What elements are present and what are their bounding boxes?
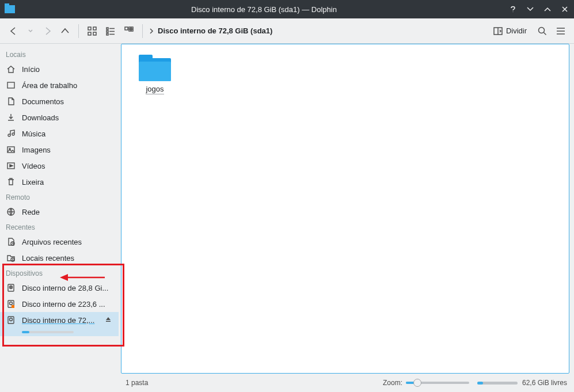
sidebar-item-recent-files[interactable]: Arquivos recentes bbox=[0, 234, 119, 250]
svg-point-28 bbox=[10, 318, 13, 321]
disk-icon bbox=[6, 283, 16, 293]
free-space-bar bbox=[477, 382, 518, 385]
sidebar-item-disk-2[interactable]: Disco interno de 72,... bbox=[0, 312, 119, 336]
sidebar-item-disk-1[interactable]: Disco interno de 223,6 ... bbox=[0, 296, 119, 312]
recent-files-icon bbox=[6, 237, 16, 247]
sidebar-item-documents[interactable]: Documentos bbox=[0, 93, 119, 109]
svg-rect-1 bbox=[93, 27, 96, 30]
menu-button[interactable] bbox=[553, 24, 568, 39]
sidebar-item-disk-0[interactable]: Disco interno de 28,8 Gi... bbox=[0, 280, 119, 296]
svg-rect-11 bbox=[131, 29, 133, 31]
svg-rect-5 bbox=[107, 31, 108, 32]
app-window: Disco interno de 72,8 GiB (sda1) — Dolph… bbox=[0, 0, 574, 392]
view-compact-button[interactable] bbox=[103, 24, 118, 39]
home-icon bbox=[6, 64, 16, 74]
network-icon bbox=[6, 207, 16, 217]
sidebar-item-downloads[interactable]: Downloads bbox=[0, 109, 119, 125]
item-count: 1 pasta bbox=[126, 379, 148, 387]
window-title: Disco interno de 72,8 GiB (sda1) — Dolph… bbox=[20, 5, 508, 14]
svg-rect-2 bbox=[88, 32, 91, 35]
svg-point-23 bbox=[10, 287, 11, 287]
svg-rect-15 bbox=[7, 147, 14, 153]
statusbar: 1 pasta Zoom: 62,6 GiB livres bbox=[0, 374, 574, 392]
toolbar: Disco interno de 72,8 GiB (sda1) Dividir bbox=[0, 18, 574, 44]
svg-rect-4 bbox=[107, 28, 108, 29]
minimize-button[interactable] bbox=[526, 5, 535, 14]
sidebar-item-trash[interactable]: Lixeira bbox=[0, 174, 119, 190]
free-space-label: 62,6 GiB livres bbox=[522, 379, 567, 387]
view-details-button[interactable] bbox=[121, 24, 136, 39]
sidebar-item-recent-places[interactable]: Locais recentes bbox=[0, 250, 119, 266]
app-icon bbox=[5, 5, 15, 13]
disk-icon bbox=[6, 315, 16, 325]
svg-rect-10 bbox=[129, 29, 131, 31]
sidebar-header-devices: Dispositivos bbox=[0, 266, 119, 280]
disk-icon bbox=[6, 299, 16, 309]
svg-point-25 bbox=[10, 302, 13, 305]
breadcrumb[interactable]: Disco interno de 72,8 GiB (sda1) bbox=[149, 26, 272, 35]
videos-icon bbox=[6, 161, 16, 171]
svg-point-13 bbox=[539, 27, 545, 33]
svg-rect-9 bbox=[131, 27, 133, 29]
svg-rect-14 bbox=[7, 82, 14, 88]
search-button[interactable] bbox=[535, 24, 550, 39]
music-icon bbox=[6, 128, 16, 139]
svg-rect-3 bbox=[93, 32, 96, 35]
sidebar-header-places: Locais bbox=[0, 47, 119, 61]
images-icon bbox=[6, 144, 16, 155]
svg-rect-29 bbox=[106, 321, 111, 322]
zoom-label: Zoom: bbox=[383, 379, 402, 387]
desktop-icon bbox=[6, 80, 16, 90]
split-label: Dividir bbox=[506, 26, 527, 35]
sidebar-item-network[interactable]: Rede bbox=[0, 204, 119, 220]
trash-icon bbox=[6, 177, 16, 187]
view-icons-button[interactable] bbox=[85, 24, 100, 39]
downloads-icon bbox=[6, 112, 16, 123]
sidebar-header-remote: Remoto bbox=[0, 190, 119, 204]
sidebar-item-videos[interactable]: Vídeos bbox=[0, 158, 119, 174]
sidebar-item-desktop[interactable]: Área de trabalho bbox=[0, 77, 119, 93]
maximize-button[interactable] bbox=[543, 5, 552, 14]
sidebar: Locais Início Área de trabalho Documento… bbox=[0, 44, 119, 374]
svg-rect-6 bbox=[107, 33, 108, 35]
eject-icon[interactable] bbox=[105, 316, 113, 324]
sidebar-item-images[interactable]: Imagens bbox=[0, 142, 119, 158]
up-button[interactable] bbox=[58, 24, 73, 39]
split-icon bbox=[493, 26, 503, 36]
svg-rect-27 bbox=[8, 317, 14, 324]
back-button[interactable] bbox=[6, 24, 21, 39]
sidebar-item-music[interactable]: Música bbox=[0, 125, 119, 142]
file-view[interactable]: jogos bbox=[121, 44, 569, 374]
recent-places-icon bbox=[6, 253, 16, 263]
breadcrumb-label: Disco interno de 72,8 GiB (sda1) bbox=[158, 26, 272, 35]
zoom-slider[interactable] bbox=[406, 382, 469, 384]
titlebar: Disco interno de 72,8 GiB (sda1) — Dolph… bbox=[0, 0, 574, 18]
sidebar-item-home[interactable]: Início bbox=[0, 61, 119, 77]
back-history-dropdown[interactable] bbox=[23, 24, 38, 39]
body: Locais Início Área de trabalho Documento… bbox=[0, 44, 574, 374]
svg-rect-8 bbox=[129, 27, 131, 29]
documents-icon bbox=[6, 96, 16, 106]
disk-usage-bar bbox=[22, 331, 74, 333]
split-view-button[interactable]: Dividir bbox=[489, 24, 531, 38]
svg-rect-26 bbox=[12, 305, 14, 308]
sidebar-header-recent: Recentes bbox=[0, 220, 119, 234]
svg-rect-0 bbox=[88, 27, 91, 30]
forward-button[interactable] bbox=[40, 24, 55, 39]
folder-icon bbox=[139, 55, 171, 81]
close-button[interactable] bbox=[560, 5, 569, 14]
chevron-right-icon bbox=[149, 28, 154, 34]
folder-name: jogos bbox=[146, 85, 164, 94]
svg-rect-7 bbox=[125, 27, 128, 30]
folder-item[interactable]: jogos bbox=[132, 55, 178, 94]
help-button[interactable] bbox=[508, 5, 518, 14]
